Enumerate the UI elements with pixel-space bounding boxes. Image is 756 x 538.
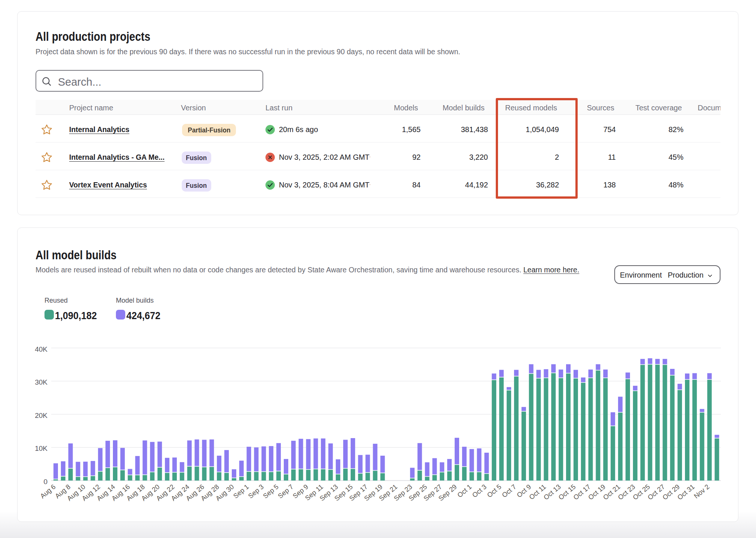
svg-text:40K: 40K bbox=[35, 345, 47, 353]
svg-text:Sep 3: Sep 3 bbox=[247, 483, 265, 500]
svg-text:Aug 6: Aug 6 bbox=[39, 483, 57, 500]
svg-text:30K: 30K bbox=[35, 378, 47, 386]
svg-text:0: 0 bbox=[43, 478, 47, 486]
svg-text:Oct 3: Oct 3 bbox=[471, 483, 488, 499]
svg-text:Oct 5: Oct 5 bbox=[486, 483, 503, 499]
svg-text:Oct 7: Oct 7 bbox=[501, 483, 518, 499]
svg-text:10K: 10K bbox=[35, 444, 47, 452]
svg-text:Sep 1: Sep 1 bbox=[232, 483, 250, 500]
svg-text:Nov 2: Nov 2 bbox=[692, 483, 711, 500]
svg-text:20K: 20K bbox=[35, 412, 47, 419]
svg-text:Oct 1: Oct 1 bbox=[456, 483, 473, 499]
svg-text:Oct 31: Oct 31 bbox=[676, 483, 696, 501]
svg-text:Sep 5: Sep 5 bbox=[262, 483, 280, 500]
svg-text:Sep 7: Sep 7 bbox=[276, 483, 295, 500]
